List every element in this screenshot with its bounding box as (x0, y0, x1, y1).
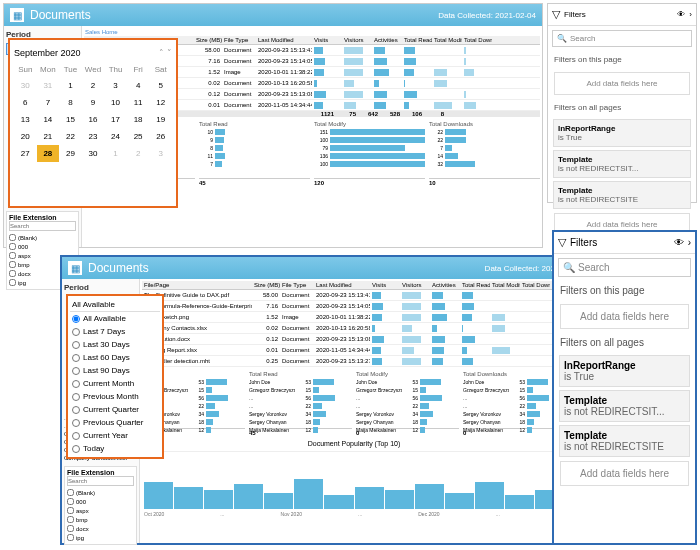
ext-checkbox[interactable] (9, 279, 16, 286)
calendar-day[interactable]: 30 (82, 145, 105, 162)
calendar-day[interactable]: 31 (37, 77, 60, 94)
calendar-day[interactable]: 20 (14, 128, 37, 145)
ext-item[interactable]: (Blank) (9, 233, 76, 242)
period-option[interactable]: Previous Quarter (70, 416, 160, 429)
calendar-day[interactable]: 10 (104, 94, 127, 111)
period-option[interactable]: Current Year (70, 429, 160, 442)
calendar-day[interactable]: 6 (14, 94, 37, 111)
period-option[interactable]: Last 60 Days (70, 351, 160, 364)
col-header[interactable]: Visits (370, 281, 400, 289)
ext-checkbox[interactable] (67, 525, 74, 532)
filter-card[interactable]: InReportRangeis True (559, 355, 690, 387)
col-header[interactable]: Total Download (520, 281, 550, 289)
calendar-day[interactable]: 19 (149, 111, 172, 128)
table-row[interactable]: Constitution.docx0.12Document2020-09-23 … (142, 334, 566, 345)
period-radio[interactable] (72, 328, 80, 336)
table-row[interactable]: DAX Formula-Reference-Guide-Enterprise-D… (142, 301, 566, 312)
ext-item[interactable]: aspx (67, 506, 134, 515)
filter-card[interactable]: Templateis not REDIRECTSITE (559, 425, 690, 457)
calendar-day[interactable]: 13 (14, 111, 37, 128)
ext-checkbox[interactable] (67, 489, 74, 496)
calendar-day[interactable]: 2 (82, 77, 105, 94)
col-header[interactable]: Last Modified (256, 36, 312, 44)
col-header[interactable]: Total Read (402, 36, 432, 44)
ext-item[interactable]: bmp (67, 515, 134, 524)
calendar-month-label[interactable]: September 2020 (14, 48, 81, 58)
filters-add-fields[interactable]: Add data fields here (554, 72, 690, 95)
calendar-day[interactable]: 16 (82, 111, 105, 128)
calendar-day[interactable]: 23 (82, 128, 105, 145)
calendar-day[interactable]: 1 (104, 145, 127, 162)
col-header[interactable]: Activities (430, 281, 460, 289)
calendar-day[interactable]: 4 (127, 77, 150, 94)
ext-item[interactable]: (Blank) (67, 488, 134, 497)
ext-checkbox[interactable] (9, 234, 16, 241)
ext-checkbox[interactable] (67, 516, 74, 523)
period-radio[interactable] (72, 341, 80, 349)
calendar-day[interactable]: 22 (59, 128, 82, 145)
period-radio[interactable] (72, 354, 80, 362)
ext-item[interactable]: ipg (67, 533, 134, 542)
calendar-day[interactable]: 25 (127, 128, 150, 145)
calendar-day[interactable]: 14 (37, 111, 60, 128)
breadcrumb[interactable]: Sales Home (84, 28, 540, 36)
calendar-day[interactable]: 30 (14, 77, 37, 94)
col-header[interactable]: Visits (312, 36, 342, 44)
calendar-day[interactable]: 24 (104, 128, 127, 145)
period-radio[interactable] (72, 406, 80, 414)
col-header[interactable]: Last Modified (314, 281, 370, 289)
period-option[interactable]: Previous Month (70, 390, 160, 403)
filters-add-fields[interactable]: Add data fields here (560, 304, 689, 329)
ext-item[interactable]: docx (67, 524, 134, 533)
table-row[interactable]: The Definitive Guide to DAX.pdf58.00Docu… (142, 290, 566, 301)
eye-icon[interactable]: 👁 (677, 10, 685, 19)
period-option[interactable]: Last 7 Days (70, 325, 160, 338)
collapse-icon[interactable]: › (688, 237, 691, 248)
col-header[interactable]: File Type (280, 281, 314, 289)
col-header[interactable]: Activities (372, 36, 402, 44)
period-radio[interactable] (72, 367, 80, 375)
calendar-day[interactable]: 12 (149, 94, 172, 111)
col-header[interactable]: Total Modify (490, 281, 520, 289)
period-radio[interactable] (72, 380, 80, 388)
period-radio[interactable] (72, 315, 80, 323)
file-ext-search[interactable] (9, 221, 76, 231)
col-header[interactable]: Total Downloads (462, 36, 492, 44)
calendar-next-icon[interactable]: ˅ (167, 48, 172, 58)
filter-card[interactable]: Templateis not REDIRECTSIT... (553, 150, 691, 178)
ext-checkbox[interactable] (9, 270, 16, 277)
collapse-icon[interactable]: › (689, 10, 692, 19)
period-radio[interactable] (72, 419, 80, 427)
calendar-day[interactable]: 9 (82, 94, 105, 111)
period-option[interactable]: All Available (70, 312, 160, 325)
ext-checkbox[interactable] (67, 498, 74, 505)
filter-card[interactable]: InReportRangeis True (553, 119, 691, 147)
calendar-day[interactable]: 2 (127, 145, 150, 162)
calendar-day[interactable]: 18 (127, 111, 150, 128)
calendar-day[interactable]: 5 (149, 77, 172, 94)
period-selected[interactable]: All Available (70, 298, 160, 312)
period-option[interactable]: Last 90 Days (70, 364, 160, 377)
table-row[interactable]: Logo Sketch.png1.52Image2020-10-01 11:38… (142, 312, 566, 323)
calendar-day[interactable]: 21 (37, 128, 60, 145)
ext-checkbox[interactable] (67, 534, 74, 541)
col-header[interactable]: Total Read (460, 281, 490, 289)
eye-icon[interactable]: 👁 (674, 237, 684, 248)
table-row[interactable]: Company Contacts.xlsx0.02Document2020-10… (142, 323, 566, 334)
col-header[interactable]: File Type (222, 36, 256, 44)
col-header[interactable]: Size (MB) (252, 281, 280, 289)
filters-add-fields[interactable]: Add data fields here (560, 461, 689, 486)
calendar-day[interactable]: 17 (104, 111, 127, 128)
filters-search[interactable]: 🔍Search (558, 258, 691, 277)
calendar-day[interactable]: 3 (149, 145, 172, 162)
col-file[interactable]: File/Page (142, 281, 252, 289)
calendar-day[interactable]: 11 (127, 94, 150, 111)
calendar-day[interactable]: 8 (59, 94, 82, 111)
calendar-day[interactable]: 1 (59, 77, 82, 94)
calendar-prev-icon[interactable]: ˄ (159, 48, 164, 58)
period-option[interactable]: Last 30 Days (70, 338, 160, 351)
period-radio[interactable] (72, 445, 80, 453)
period-option[interactable]: Current Month (70, 377, 160, 390)
calendar-day[interactable]: 28 (37, 145, 60, 162)
period-radio[interactable] (72, 432, 80, 440)
